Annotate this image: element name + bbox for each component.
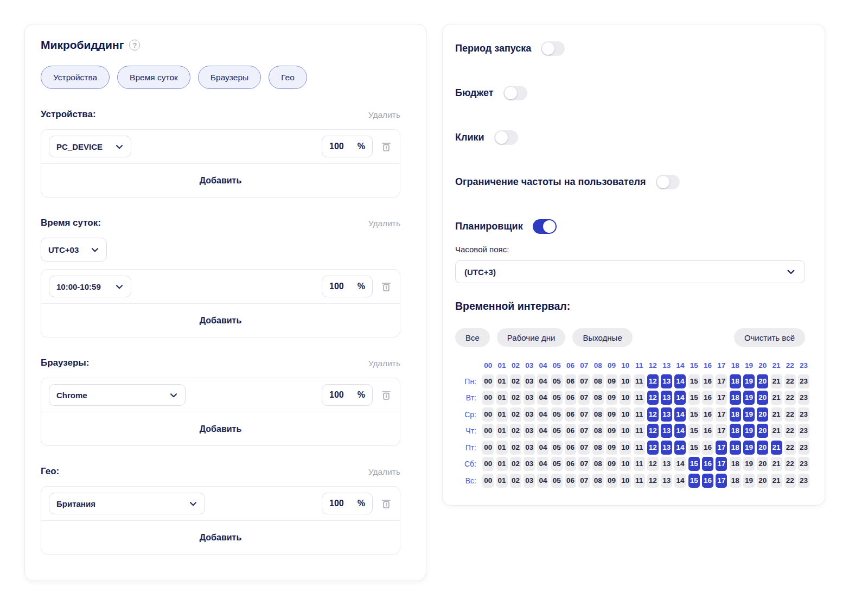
devices-add-button[interactable]: Добавить bbox=[41, 164, 400, 197]
hour-cell[interactable]: 10 bbox=[620, 424, 631, 438]
browser-percent-input[interactable]: 100% bbox=[322, 384, 373, 406]
hour-cell[interactable]: 23 bbox=[798, 457, 809, 471]
hour-cell[interactable]: 15 bbox=[688, 407, 700, 422]
hour-cell[interactable]: 17 bbox=[716, 424, 727, 438]
hour-cell[interactable]: 00 bbox=[482, 474, 494, 488]
chip-browsers[interactable]: Браузеры bbox=[198, 66, 261, 89]
workdays-button[interactable]: Рабочие дни bbox=[497, 328, 566, 347]
hour-cell[interactable]: 21 bbox=[771, 457, 782, 471]
hour-cell[interactable]: 16 bbox=[702, 407, 713, 422]
hour-cell[interactable]: 06 bbox=[565, 441, 576, 455]
hour-cell[interactable]: 07 bbox=[578, 374, 590, 388]
hour-cell[interactable]: 23 bbox=[798, 374, 809, 388]
toggle-switch[interactable] bbox=[503, 86, 527, 100]
hour-cell[interactable]: 20 bbox=[757, 391, 768, 405]
hour-cell[interactable]: 04 bbox=[537, 391, 548, 405]
hour-cell[interactable]: 05 bbox=[551, 424, 563, 438]
hour-cell[interactable]: 14 bbox=[674, 441, 686, 455]
devices-delete-link[interactable]: Удалить bbox=[368, 110, 400, 120]
hour-cell[interactable]: 23 bbox=[798, 441, 809, 455]
hour-cell[interactable]: 15 bbox=[688, 457, 700, 471]
hour-cell[interactable]: 08 bbox=[592, 457, 604, 471]
hour-cell[interactable]: 19 bbox=[743, 474, 755, 488]
hour-cell[interactable]: 04 bbox=[537, 441, 548, 455]
hour-cell[interactable]: 03 bbox=[524, 374, 535, 388]
hour-cell[interactable]: 02 bbox=[510, 391, 521, 405]
hour-cell[interactable]: 19 bbox=[743, 441, 755, 455]
utc-offset-select[interactable]: UTC+03 bbox=[41, 238, 107, 262]
hour-cell[interactable]: 22 bbox=[784, 374, 796, 388]
hour-cell[interactable]: 09 bbox=[606, 441, 617, 455]
hour-cell[interactable]: 00 bbox=[482, 424, 494, 438]
hour-cell[interactable]: 19 bbox=[743, 424, 755, 438]
hour-cell[interactable]: 11 bbox=[634, 374, 645, 388]
hour-cell[interactable]: 22 bbox=[784, 424, 796, 438]
toggle-switch[interactable] bbox=[541, 41, 565, 56]
hour-cell[interactable]: 00 bbox=[482, 374, 494, 388]
hour-cell[interactable]: 17 bbox=[716, 457, 727, 471]
trash-icon[interactable] bbox=[380, 280, 392, 292]
hour-cell[interactable]: 06 bbox=[565, 424, 576, 438]
hour-cell[interactable]: 10 bbox=[620, 474, 631, 488]
hour-cell[interactable]: 14 bbox=[674, 474, 686, 488]
hour-cell[interactable]: 15 bbox=[688, 374, 700, 388]
hour-cell[interactable]: 20 bbox=[757, 457, 768, 471]
hour-cell[interactable]: 02 bbox=[510, 441, 521, 455]
hour-cell[interactable]: 17 bbox=[716, 407, 727, 422]
chip-devices[interactable]: Устройства bbox=[41, 66, 110, 89]
hour-cell[interactable]: 00 bbox=[482, 457, 494, 471]
hour-cell[interactable]: 07 bbox=[578, 457, 590, 471]
hour-cell[interactable]: 04 bbox=[537, 424, 548, 438]
hour-cell[interactable]: 23 bbox=[798, 424, 809, 438]
hour-cell[interactable]: 06 bbox=[565, 391, 576, 405]
browsers-delete-link[interactable]: Удалить bbox=[368, 359, 400, 368]
hour-cell[interactable]: 01 bbox=[496, 424, 508, 438]
hour-cell[interactable]: 02 bbox=[510, 474, 521, 488]
hour-cell[interactable]: 06 bbox=[565, 474, 576, 488]
hour-cell[interactable]: 14 bbox=[674, 424, 686, 438]
hour-cell[interactable]: 23 bbox=[798, 391, 809, 405]
timezone-select[interactable]: (UTC+3) bbox=[455, 260, 805, 283]
hour-cell[interactable]: 11 bbox=[634, 457, 645, 471]
hour-cell[interactable]: 00 bbox=[482, 391, 494, 405]
hour-cell[interactable]: 11 bbox=[634, 391, 645, 405]
hour-cell[interactable]: 18 bbox=[730, 391, 741, 405]
daytime-percent-input[interactable]: 100% bbox=[322, 276, 373, 297]
hour-cell[interactable]: 17 bbox=[716, 474, 727, 488]
hour-cell[interactable]: 07 bbox=[578, 441, 590, 455]
hour-cell[interactable]: 09 bbox=[606, 457, 617, 471]
hour-cell[interactable]: 15 bbox=[688, 474, 700, 488]
hour-cell[interactable]: 00 bbox=[482, 441, 494, 455]
hour-cell[interactable]: 09 bbox=[606, 391, 617, 405]
hour-cell[interactable]: 11 bbox=[634, 474, 645, 488]
hour-cell[interactable]: 07 bbox=[578, 424, 590, 438]
hour-cell[interactable]: 08 bbox=[592, 424, 604, 438]
chip-geo[interactable]: Гео bbox=[269, 66, 307, 89]
device-select[interactable]: PC_DEVICE bbox=[49, 136, 131, 157]
hour-cell[interactable]: 15 bbox=[688, 441, 700, 455]
hour-cell[interactable]: 02 bbox=[510, 424, 521, 438]
hour-cell[interactable]: 18 bbox=[730, 457, 741, 471]
hour-cell[interactable]: 17 bbox=[716, 374, 727, 388]
hour-cell[interactable]: 16 bbox=[702, 457, 713, 471]
hour-cell[interactable]: 13 bbox=[661, 441, 672, 455]
hour-cell[interactable]: 04 bbox=[537, 374, 548, 388]
hour-cell[interactable]: 03 bbox=[524, 474, 535, 488]
hour-cell[interactable]: 13 bbox=[661, 474, 672, 488]
hour-cell[interactable]: 17 bbox=[716, 391, 727, 405]
hour-cell[interactable]: 19 bbox=[743, 457, 755, 471]
hour-cell[interactable]: 00 bbox=[482, 407, 494, 422]
hour-cell[interactable]: 18 bbox=[730, 474, 741, 488]
hour-cell[interactable]: 02 bbox=[510, 407, 521, 422]
hour-cell[interactable]: 20 bbox=[757, 424, 768, 438]
hour-cell[interactable]: 01 bbox=[496, 374, 508, 388]
hour-cell[interactable]: 16 bbox=[702, 374, 713, 388]
toggle-switch[interactable] bbox=[656, 175, 680, 189]
hour-cell[interactable]: 16 bbox=[702, 474, 713, 488]
hour-cell[interactable]: 10 bbox=[620, 441, 631, 455]
hour-cell[interactable]: 17 bbox=[716, 441, 727, 455]
hour-cell[interactable]: 09 bbox=[606, 407, 617, 422]
hour-cell[interactable]: 02 bbox=[510, 374, 521, 388]
select-all-button[interactable]: Все bbox=[455, 328, 490, 347]
hour-cell[interactable]: 10 bbox=[620, 457, 631, 471]
